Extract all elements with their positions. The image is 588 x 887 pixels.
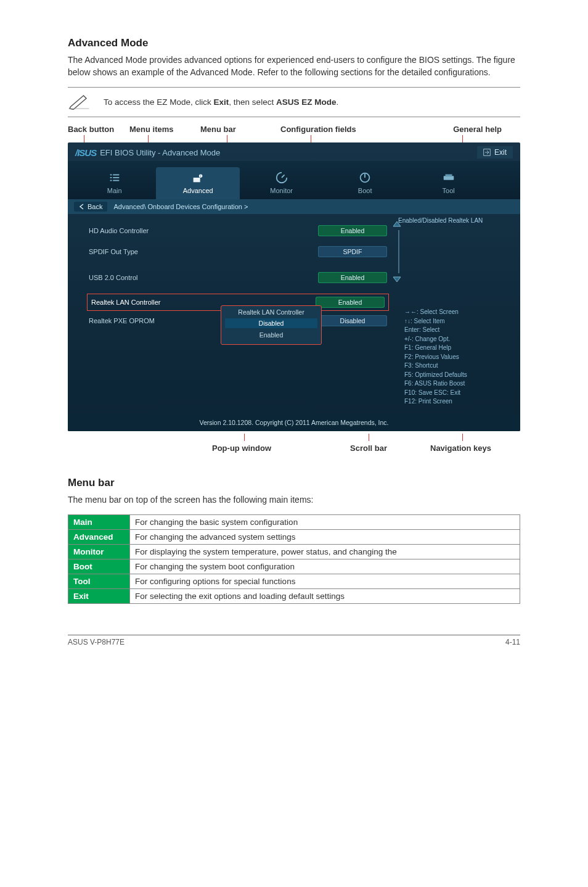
bios-title-bar: /ISUS EFI BIOS Utility - Advanced Mode E… — [68, 142, 520, 161]
footer-right: 4-11 — [505, 638, 520, 646]
page-footer: ASUS V-P8H77E 4-11 — [68, 635, 520, 646]
cfg-value[interactable]: Enabled — [318, 272, 387, 283]
svg-rect-2 — [113, 175, 119, 176]
scroll-track[interactable] — [398, 230, 399, 273]
section-title-advanced-mode: Advanced Mode — [68, 37, 520, 49]
legend-menu-bar: Menu bar — [200, 125, 280, 134]
table-key: Tool — [68, 574, 130, 589]
table-row: MainFor changing the basic system config… — [68, 515, 520, 530]
cfg-row-usb[interactable]: USB 2.0 Control Enabled — [89, 270, 387, 286]
nav-key-row: ↑↓: Select Item — [404, 317, 514, 326]
cfg-label: SPDIF Out Type — [89, 248, 138, 255]
table-val: For changing the basic system configurat… — [130, 515, 520, 530]
table-key: Exit — [68, 589, 130, 604]
exit-button[interactable]: Exit — [477, 146, 513, 159]
scroll-down-icon[interactable] — [392, 274, 402, 284]
tab-main[interactable]: Main — [73, 167, 156, 199]
note-block: To access the EZ Mode, click Exit, then … — [68, 87, 520, 117]
nav-key-row: +/-: Change Opt. — [404, 335, 514, 344]
legend-menu-items: Menu items — [129, 125, 200, 134]
svg-rect-12 — [445, 175, 452, 176]
legend-back-button: Back button — [68, 125, 129, 134]
table-row: ToolFor configuring options for special … — [68, 574, 520, 589]
top-legend-row: Back button Menu items Menu bar Configur… — [68, 125, 520, 134]
exit-label: Exit — [494, 148, 507, 157]
breadcrumb: Back Advanced\ Onboard Devices Configura… — [68, 199, 520, 214]
tab-monitor[interactable]: Monitor — [240, 167, 323, 199]
bios-title: EFI BIOS Utility - Advanced Mode — [100, 148, 220, 157]
cfg-row-hdaudio[interactable]: HD Audio Controller Enabled — [89, 223, 387, 239]
legend-nav-keys: Navigation keys — [430, 444, 491, 453]
bios-window: /ISUS EFI BIOS Utility - Advanced Mode E… — [68, 142, 520, 431]
note-text: To access the EZ Mode, click Exit, then … — [104, 97, 338, 107]
cfg-value[interactable]: Disabled — [318, 315, 387, 326]
general-help-text: Enabled/Disabled Realtek LAN — [398, 217, 514, 225]
table-row: ExitFor selecting the exit options and l… — [68, 589, 520, 604]
legend-popup: Pop-up window — [212, 444, 271, 453]
menu-bar-table: MainFor changing the basic system config… — [68, 514, 520, 604]
svg-rect-7 — [194, 178, 200, 182]
popup-title: Realtek LAN Controller — [225, 308, 317, 316]
svg-text:i: i — [200, 175, 201, 178]
section-body-advanced-mode: The Advanced Mode provides advanced opti… — [68, 54, 520, 78]
popup-option-disabled[interactable]: Disabled — [225, 318, 317, 328]
asus-logo: /ISUS — [75, 147, 96, 158]
back-button[interactable]: Back — [74, 202, 107, 212]
legend-scroll: Scroll bar — [350, 444, 387, 453]
table-val: For changing the system boot configurati… — [130, 559, 520, 574]
bios-body: HD Audio Controller Enabled SPDIF Out Ty… — [68, 214, 520, 414]
nav-key-row: F12: Print Screen — [404, 397, 514, 406]
section-body-menu-bar: The menu bar on top of the screen has th… — [68, 494, 520, 506]
cfg-label: USB 2.0 Control — [89, 274, 137, 281]
table-key: Boot — [68, 559, 130, 574]
table-val: For selecting the exit options and loadi… — [130, 589, 520, 604]
table-val: For changing the advanced system setting… — [130, 530, 520, 545]
table-row: MonitorFor displaying the system tempera… — [68, 545, 520, 559]
bios-left-panel: HD Audio Controller Enabled SPDIF Out Ty… — [68, 214, 398, 414]
cfg-label: Realtek PXE OPROM — [89, 317, 155, 324]
cfg-value[interactable]: Enabled — [318, 225, 387, 236]
cfg-row-spdif[interactable]: SPDIF Out Type SPDIF — [89, 244, 387, 260]
breadcrumb-path: Advanced\ Onboard Devices Configuration … — [113, 203, 248, 210]
nav-key-row: F3: Shortcut — [404, 361, 514, 371]
table-key: Monitor — [68, 545, 130, 559]
nav-key-row: →←: Select Screen — [404, 308, 514, 317]
tab-advanced[interactable]: i Advanced — [156, 167, 239, 199]
svg-rect-1 — [110, 175, 112, 176]
nav-key-row: F10: Save ESC: Exit — [404, 389, 514, 398]
svg-rect-6 — [113, 180, 119, 181]
legend-general-help: General help — [404, 125, 520, 134]
navigation-keys: →←: Select Screen ↑↓: Select Item Enter:… — [404, 308, 514, 406]
nav-key-row: F5: Optimized Defaults — [404, 371, 514, 380]
table-row: AdvancedFor changing the advanced system… — [68, 530, 520, 545]
tab-tool[interactable]: Tool — [407, 167, 490, 199]
popup-window: Realtek LAN Controller Disabled Enabled — [221, 305, 322, 345]
nav-key-row: F1: General Help — [404, 344, 514, 353]
popup-option-enabled[interactable]: Enabled — [225, 330, 317, 340]
nav-key-row: Enter: Select — [404, 326, 514, 335]
svg-rect-3 — [110, 177, 112, 178]
tab-spacer — [490, 194, 515, 199]
bottom-legend-row: Pop-up window Scroll bar Navigation keys — [68, 434, 520, 458]
svg-rect-11 — [443, 176, 454, 179]
nav-key-row: F2: Previous Values — [404, 353, 514, 362]
table-key: Main — [68, 515, 130, 530]
back-label: Back — [88, 203, 102, 210]
pen-icon — [68, 93, 92, 112]
table-key: Advanced — [68, 530, 130, 545]
nav-key-row: F6: ASUS Ratio Boost — [404, 379, 514, 389]
section-title-menu-bar: Menu bar — [68, 477, 520, 489]
cfg-label: HD Audio Controller — [89, 227, 149, 234]
cfg-value[interactable]: Enabled — [316, 297, 385, 308]
tab-boot[interactable]: Boot — [323, 167, 406, 199]
table-val: For configuring options for special func… — [130, 574, 520, 589]
cfg-label: Realtek LAN Controller — [91, 299, 161, 306]
svg-rect-4 — [113, 177, 119, 178]
table-row: BootFor changing the system boot configu… — [68, 559, 520, 574]
cfg-value[interactable]: SPDIF — [318, 246, 387, 257]
svg-rect-5 — [110, 180, 112, 181]
version-bar: Version 2.10.1208. Copyright (C) 2011 Am… — [68, 414, 520, 431]
bios-right-panel: Enabled/Disabled Realtek LAN →←: Select … — [398, 214, 520, 414]
bios-tabs: Main i Advanced Monitor Boot Tool — [68, 161, 520, 199]
table-val: For displaying the system temperature, p… — [130, 545, 520, 559]
